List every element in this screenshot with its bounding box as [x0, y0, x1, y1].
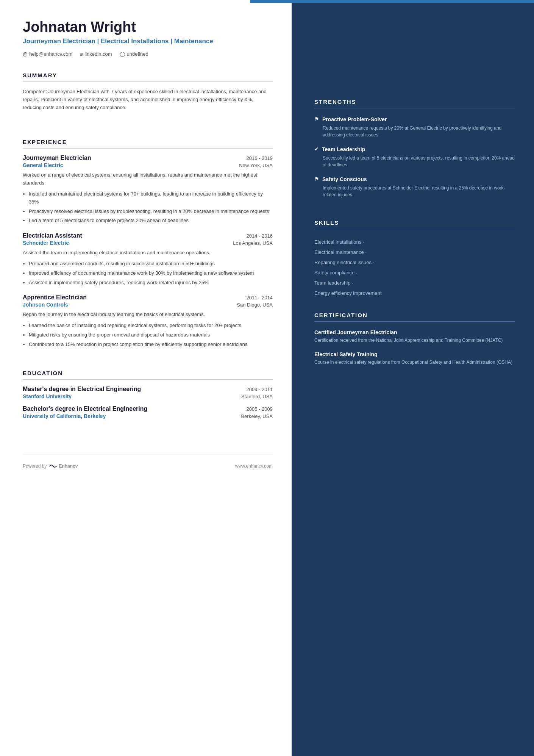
flag-icon-1: ⚑	[314, 116, 319, 122]
job-dates-1: 2016 - 2019	[247, 155, 273, 161]
resume-title: Journeyman Electrician | Electrical Inst…	[23, 38, 273, 45]
strength-title-3: Safety Conscious	[322, 176, 367, 182]
email-icon: @	[23, 51, 28, 57]
edu-degree-2: Bachelor's degree in Electrical Engineer…	[23, 405, 147, 412]
skill-item-4: Safety compliance ·	[314, 268, 515, 278]
cert-title-1: Certified Journeyman Electrician	[314, 329, 515, 335]
contact-email: @ help@enhancv.com	[23, 51, 72, 57]
enhancv-icon	[49, 463, 57, 469]
job-title-2: Electrician Assistant	[23, 232, 82, 239]
cert-title-2: Electrical Safety Training	[314, 351, 515, 357]
bullet: Led a team of 5 electricians to complete…	[29, 217, 273, 225]
enhancv-logo: Enhancv	[49, 463, 78, 469]
location-icon: ◯	[120, 51, 125, 57]
education-section: EDUCATION Master's degree in Electrical …	[23, 370, 273, 425]
edu-degree-1: Master's degree in Electrical Engineerin…	[23, 386, 141, 393]
job-location-2: Los Angeles, USA	[233, 240, 273, 246]
company-name-1: General Electric	[23, 162, 63, 168]
skills-title: SKILLS	[314, 219, 515, 226]
summary-section: SUMMARY Competent Journeyman Electrician…	[23, 72, 273, 125]
job-bullets-2: Prepared and assembled conduits, resulti…	[23, 260, 273, 286]
contact-linkedin: ⌀ linkedin.com	[80, 51, 112, 57]
strength-desc-2: Successfully led a team of 5 electrician…	[314, 155, 515, 168]
edu-location-2: Berkeley, USA	[241, 413, 273, 419]
job-location-3: San Diego, USA	[237, 302, 273, 308]
company-name-2: Schneider Electric	[23, 240, 69, 246]
strengths-title: STRENGTHS	[314, 99, 515, 105]
strength-desc-1: Reduced maintenance requests by 20% at G…	[314, 125, 515, 138]
summary-title: SUMMARY	[23, 72, 273, 78]
job-dates-2: 2014 - 2016	[247, 233, 273, 239]
link-icon: ⌀	[80, 51, 83, 57]
strength-item-2: ✔ Team Leadership Successfully led a tea…	[314, 146, 515, 168]
skill-item-2: Electrical maintenance ·	[314, 247, 515, 257]
check-icon: ✔	[314, 146, 319, 152]
edu-location-1: Stanford, USA	[241, 394, 273, 399]
education-title: EDUCATION	[23, 370, 273, 376]
skill-item-3: Repairing electrical issues ·	[314, 257, 515, 268]
skill-item-1: Electrical installations ·	[314, 237, 515, 247]
bullet: Proactively resolved electrical issues b…	[29, 208, 273, 216]
bullet: Improved efficiency of documenting maint…	[29, 269, 273, 277]
right-column: STRENGTHS ⚑ Proactive Problem-Solver Red…	[292, 0, 534, 756]
summary-text: Competent Journeyman Electrician with 7 …	[23, 88, 273, 111]
bullet: Contributed to a 15% reduction in projec…	[29, 341, 273, 349]
resume-name: Johnatan Wright	[23, 19, 273, 35]
job-bullets-1: Installed and maintained electrical syst…	[23, 190, 273, 225]
strengths-section: STRENGTHS ⚑ Proactive Problem-Solver Red…	[314, 99, 515, 206]
job-item: Journeyman Electrician 2016 - 2019 Gener…	[23, 155, 273, 225]
certification-section: CERTIFICATION Certified Journeyman Elect…	[314, 312, 515, 373]
strength-item-1: ⚑ Proactive Problem-Solver Reduced maint…	[314, 116, 515, 138]
edu-dates-1: 2009 - 2011	[247, 387, 273, 392]
experience-title: EXPERIENCE	[23, 139, 273, 145]
job-title-1: Journeyman Electrician	[23, 155, 91, 161]
job-item: Apprentice Electrician 2011 - 2014 Johns…	[23, 294, 273, 348]
certification-title: CERTIFICATION	[314, 312, 515, 318]
bullet: Prepared and assembled conduits, resulti…	[29, 260, 273, 268]
bullet: Assisted in implementing safety procedur…	[29, 279, 273, 287]
education-item: Bachelor's degree in Electrical Engineer…	[23, 405, 273, 419]
left-column: Johnatan Wright Journeyman Electrician |…	[0, 0, 292, 756]
cert-item-1: Certified Journeyman Electrician Certifi…	[314, 329, 515, 344]
company-name-3: Johnson Controls	[23, 302, 68, 308]
strength-title-1: Proactive Problem-Solver	[322, 116, 387, 122]
flag-icon-2: ⚑	[314, 176, 319, 182]
skill-item-6: Energy efficiency improvement	[314, 288, 515, 298]
strength-title-2: Team Leadership	[322, 146, 365, 152]
footer: Powered by Enhancv www.enhancv.com	[23, 454, 273, 476]
footer-powered: Powered by Enhancv	[23, 463, 78, 469]
strength-item-3: ⚑ Safety Conscious Implemented safety pr…	[314, 176, 515, 198]
cert-desc-1: Certification received from the National…	[314, 337, 515, 344]
edu-school-1: Stanford University	[23, 393, 72, 399]
contact-line: @ help@enhancv.com ⌀ linkedin.com ◯ unde…	[23, 51, 273, 57]
job-location-1: New York, USA	[239, 163, 273, 168]
education-item: Master's degree in Electrical Engineerin…	[23, 386, 273, 399]
job-dates-3: 2011 - 2014	[247, 295, 273, 301]
edu-dates-2: 2005 - 2009	[247, 406, 273, 412]
bullet: Learned the basics of installing and rep…	[29, 322, 273, 330]
skill-item-5: Team leadership ·	[314, 278, 515, 288]
skills-section: SKILLS Electrical installations · Electr…	[314, 219, 515, 298]
contact-location: ◯ undefined	[120, 51, 148, 57]
job-item: Electrician Assistant 2014 - 2016 Schnei…	[23, 232, 273, 286]
job-description-3: Began the journey in the electrical indu…	[23, 311, 273, 319]
footer-url: www.enhancv.com	[235, 463, 273, 469]
job-bullets-3: Learned the basics of installing and rep…	[23, 322, 273, 348]
strength-desc-3: Implemented safety procedures at Schneid…	[314, 185, 515, 198]
bullet: Mitigated risks by ensuring the proper r…	[29, 331, 273, 339]
bullet: Installed and maintained electrical syst…	[29, 190, 273, 206]
cert-item-2: Electrical Safety Training Course in ele…	[314, 351, 515, 366]
cert-desc-2: Course in electrical safety regulations …	[314, 359, 515, 366]
job-title-3: Apprentice Electrician	[23, 294, 87, 301]
edu-school-2: University of California, Berkeley	[23, 413, 106, 419]
experience-section: EXPERIENCE Journeyman Electrician 2016 -…	[23, 139, 273, 356]
job-description-2: Assisted the team in implementing electr…	[23, 249, 273, 257]
job-description-1: Worked on a range of electrical systems,…	[23, 171, 273, 187]
